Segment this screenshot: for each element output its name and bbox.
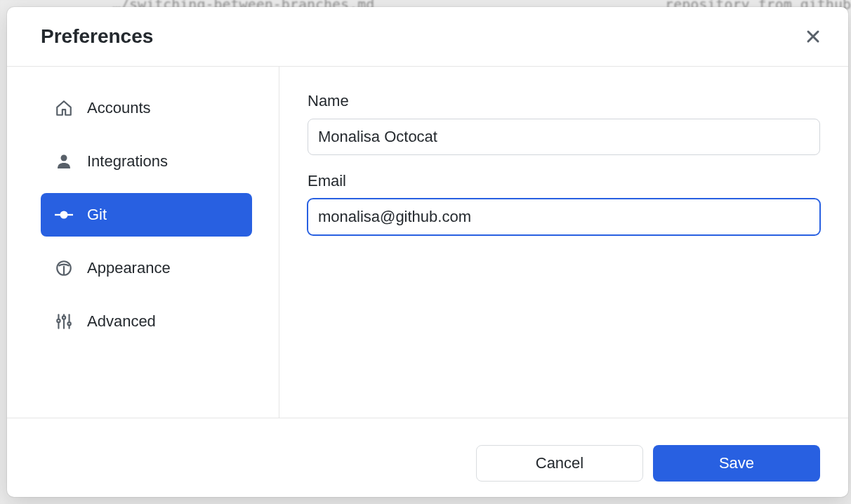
person-icon	[55, 152, 73, 171]
sidebar-item-label: Git	[87, 206, 107, 224]
sidebar-item-label: Appearance	[87, 259, 171, 277]
git-commit-icon	[55, 206, 73, 224]
svg-point-14	[67, 322, 70, 325]
close-button[interactable]	[800, 27, 826, 46]
sidebar-item-integrations[interactable]: Integrations	[41, 140, 252, 183]
cancel-button[interactable]: Cancel	[476, 445, 643, 482]
sidebar-item-advanced[interactable]: Advanced	[41, 300, 252, 343]
svg-point-8	[57, 319, 60, 322]
svg-point-11	[62, 316, 65, 319]
close-icon	[806, 29, 820, 44]
email-label: Email	[308, 172, 820, 190]
paint-bucket-icon	[55, 259, 73, 277]
sidebar-item-appearance[interactable]: Appearance	[41, 246, 252, 290]
modal-footer: Cancel Save	[7, 418, 848, 497]
name-label: Name	[308, 92, 820, 110]
sidebar-item-accounts[interactable]: Accounts	[41, 86, 252, 130]
name-field-group: Name	[308, 92, 820, 155]
svg-point-1	[61, 212, 67, 218]
sidebar-item-git[interactable]: Git	[41, 193, 252, 237]
sidebar: Accounts Integrations	[7, 67, 279, 418]
name-input[interactable]	[308, 119, 820, 155]
sidebar-item-label: Advanced	[87, 312, 156, 331]
modal-body: Accounts Integrations	[7, 67, 848, 418]
sidebar-item-label: Accounts	[87, 99, 151, 117]
svg-point-0	[61, 155, 67, 161]
sliders-icon	[55, 312, 73, 331]
home-icon	[55, 99, 73, 117]
email-input[interactable]	[308, 199, 820, 235]
sidebar-item-label: Integrations	[87, 152, 168, 171]
preferences-modal: Preferences Accounts	[7, 7, 848, 497]
content-panel: Name Email	[279, 67, 848, 418]
save-button[interactable]: Save	[653, 445, 820, 482]
modal-header: Preferences	[7, 7, 848, 67]
modal-title: Preferences	[41, 25, 153, 48]
email-field-group: Email	[308, 172, 820, 235]
